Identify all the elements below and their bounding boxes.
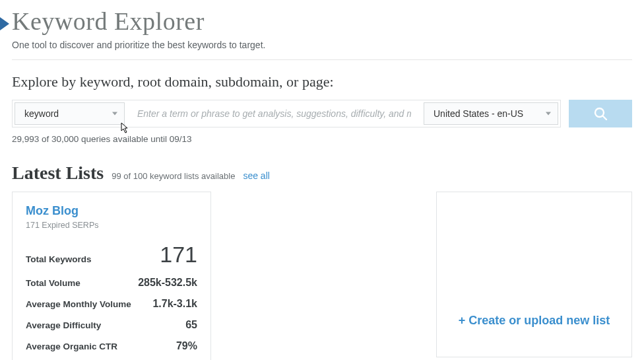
list-card-title: Moz Blog [26,204,197,218]
chevron-right-icon [0,17,9,30]
create-list-label: + Create or upload new list [459,314,610,328]
stat-value: 285k-532.5k [138,277,197,289]
page-subtitle: One tool to discover and prioritize the … [12,40,632,60]
stat-label: Total Volume [26,278,80,288]
list-card-subtitle: 171 Expired SERPs [26,221,197,230]
caret-down-icon [112,112,117,116]
explore-heading: Explore by keyword, root domain, subdoma… [12,73,632,90]
create-list-card[interactable]: + Create or upload new list [436,192,632,357]
stat-value: 1.7k-3.1k [152,298,197,310]
keyword-list-card[interactable]: Moz Blog 171 Expired SERPs Total Keyword… [12,192,211,360]
search-row: keyword United States - en-US [12,100,632,127]
stat-label: Average Organic CTR [26,342,117,351]
stat-row: Total Keywords 171 [26,242,197,268]
locale-select[interactable]: United States - en-US [424,102,558,125]
stat-value: 171 [160,242,197,268]
svg-line-1 [603,116,607,120]
search-box-outer: keyword United States - en-US [12,100,561,127]
stat-row: Total Volume 285k-532.5k [26,277,197,289]
search-icon [593,106,608,122]
latest-lists-heading: Latest Lists [12,162,104,184]
search-type-select[interactable]: keyword [15,102,125,125]
stat-label: Average Difficulty [26,320,101,330]
stat-row: Average Organic CTR 79% [26,340,197,352]
see-all-link[interactable]: see all [243,170,269,181]
search-input[interactable] [127,100,422,127]
caret-down-icon [546,112,551,116]
lists-available-text: 99 of 100 keyword lists available [112,171,235,181]
quota-text: 29,993 of 30,000 queries available until… [12,134,632,144]
search-type-select-value: keyword [24,108,59,119]
stat-value: 79% [176,340,197,352]
stat-label: Total Keywords [26,254,92,264]
stat-row: Average Difficulty 65 [26,319,197,331]
locale-select-value: United States - en-US [434,108,523,119]
page-title: Keyword Explorer [12,7,632,36]
stat-label: Average Monthly Volume [26,299,131,309]
stat-value: 65 [185,319,197,331]
search-button[interactable] [569,100,632,127]
stat-row: Average Monthly Volume 1.7k-3.1k [26,298,197,310]
